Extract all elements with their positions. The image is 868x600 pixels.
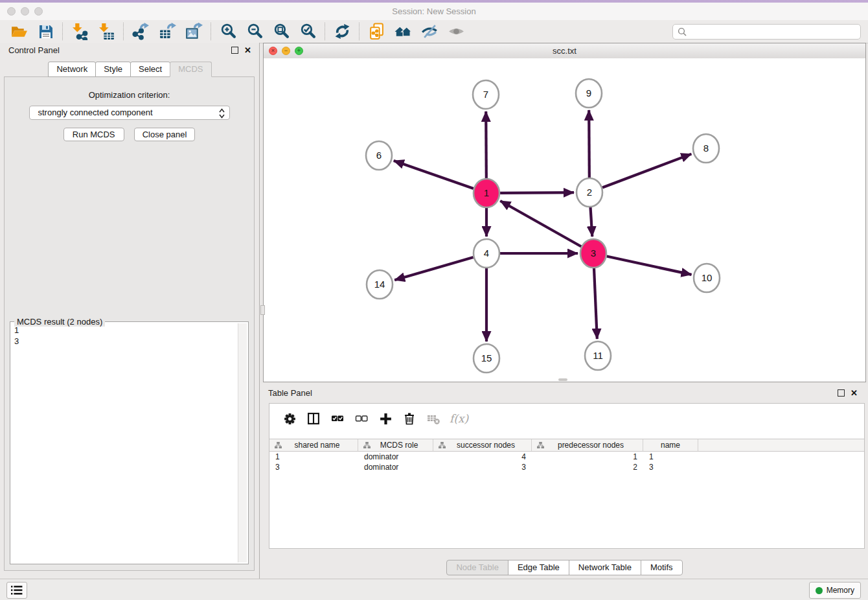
table-cell[interactable]: dominator [358, 462, 433, 472]
graph-edge-4-14[interactable] [394, 257, 474, 280]
graph-node-8[interactable]: 8 [693, 134, 719, 163]
column-header-mcds-role[interactable]: MCDS role [358, 439, 433, 451]
graph-node-3[interactable]: 3 [580, 239, 606, 268]
export-image-button[interactable] [185, 23, 203, 40]
zoom-window-button[interactable] [34, 7, 43, 16]
table-cell[interactable]: 3 [643, 462, 698, 472]
memory-button[interactable]: Memory [809, 582, 861, 599]
result-line: 3 [14, 336, 238, 347]
export-network-button[interactable] [132, 23, 150, 40]
column-header-successor-nodes[interactable]: successor nodes [433, 439, 532, 451]
graph-node-15[interactable]: 15 [474, 344, 499, 373]
column-header-predecessor-nodes[interactable]: predecessor nodes [532, 439, 643, 451]
delete-columns-button[interactable] [402, 411, 417, 426]
network-window-controls: × − + [269, 47, 303, 55]
table-cell[interactable]: 2 [532, 462, 643, 472]
graph-node-7[interactable]: 7 [473, 80, 499, 109]
mcds-result-scrollbar[interactable] [238, 323, 247, 562]
import-table-button[interactable] [98, 23, 115, 40]
mcds-button-row: Run MCDS Close panel [5, 128, 254, 141]
tab-edge-table[interactable]: Edge Table [508, 560, 569, 575]
task-history-button[interactable] [6, 582, 27, 599]
graph-edge-3-10[interactable] [607, 257, 692, 275]
close-network-button[interactable]: × [269, 47, 277, 55]
tab-mcds[interactable]: MCDS [170, 62, 211, 77]
toolbar-separator [62, 23, 63, 40]
refresh-view-button[interactable] [334, 23, 351, 40]
close-panel-button[interactable]: Close panel [134, 128, 196, 141]
deselect-all-columns-button[interactable] [354, 411, 369, 426]
close-window-button[interactable] [7, 7, 16, 16]
graph-edge-1-6[interactable] [394, 161, 474, 189]
graph-node-2[interactable]: 2 [577, 178, 602, 207]
graph-node-11[interactable]: 11 [585, 341, 611, 370]
close-panel-icon[interactable]: ✕ [244, 47, 251, 53]
graph-edge-3-1[interactable] [500, 201, 581, 247]
float-panel-icon[interactable] [838, 389, 845, 397]
table-cell[interactable]: 1 [643, 452, 698, 462]
zoom-fit-button[interactable] [273, 23, 290, 40]
network-graph[interactable]: 7968124314101511 [264, 58, 865, 381]
zoom-in-button[interactable] [220, 23, 237, 40]
save-session-button[interactable] [37, 23, 54, 40]
optimization-criterion-select[interactable]: strongly connected component [29, 106, 230, 120]
splitter-handle[interactable] [260, 305, 265, 315]
table-cell[interactable]: dominator [358, 452, 433, 462]
graph-edge-2-9[interactable] [589, 110, 589, 178]
float-panel-icon[interactable] [231, 47, 238, 54]
column-header-shared-name[interactable]: shared name [269, 439, 358, 451]
table-cell[interactable]: 1 [532, 452, 643, 462]
table-cell[interactable]: 4 [433, 452, 532, 462]
graph-node-6[interactable]: 6 [366, 141, 392, 170]
run-mcds-button[interactable]: Run MCDS [63, 128, 124, 141]
close-panel-icon[interactable]: ✕ [851, 390, 858, 396]
tab-select[interactable]: Select [130, 62, 170, 77]
open-session-button[interactable] [10, 23, 28, 40]
tab-motifs[interactable]: Motifs [641, 560, 683, 575]
table-cell[interactable]: 1 [269, 452, 358, 462]
table-cell[interactable]: 3 [433, 462, 532, 472]
graph-edge-1-2[interactable] [500, 192, 574, 193]
hide-graphics-details-button[interactable] [421, 23, 439, 40]
select-all-columns-button[interactable] [330, 411, 345, 426]
network-canvas[interactable]: 7968124314101511 [264, 58, 865, 382]
zoom-selected-button[interactable] [299, 23, 317, 40]
graph-node-label: 1 [484, 187, 489, 198]
tab-node-table[interactable]: Node Table [446, 560, 508, 575]
tab-network-table[interactable]: Network Table [569, 560, 641, 575]
tab-style[interactable]: Style [95, 62, 131, 77]
export-table-button[interactable] [159, 23, 176, 40]
search-input[interactable] [690, 25, 858, 38]
table-row[interactable]: 3dominator323 [269, 462, 864, 472]
table-row[interactable]: 1dominator411 [269, 452, 864, 462]
home-view-button[interactable] [394, 23, 412, 40]
mcds-result-list: 13 [14, 325, 238, 562]
graph-node-1[interactable]: 1 [474, 179, 499, 207]
clone-network-button[interactable] [368, 23, 385, 40]
graph-node-10[interactable]: 10 [694, 264, 720, 292]
tab-network[interactable]: Network [48, 62, 96, 77]
function-builder-button[interactable]: f(x) [450, 411, 468, 426]
graph-edge-1-7[interactable] [486, 111, 486, 178]
minimize-window-button[interactable] [21, 7, 29, 16]
show-column-panel-button[interactable] [306, 411, 321, 426]
import-network-button[interactable] [71, 23, 89, 40]
zoom-out-button[interactable] [246, 23, 264, 40]
graph-edge-3-11[interactable] [594, 268, 597, 339]
graph-node-4[interactable]: 4 [474, 239, 499, 268]
create-column-button[interactable] [378, 411, 393, 426]
column-header-name[interactable]: name [643, 439, 698, 451]
graph-edge-2-8[interactable] [602, 154, 691, 188]
maximize-network-button[interactable]: + [295, 47, 303, 55]
table-cell[interactable]: 3 [269, 462, 358, 472]
graph-node-14[interactable]: 14 [367, 270, 393, 299]
table-settings-button[interactable] [282, 411, 297, 426]
export-image-icon [185, 23, 203, 40]
delete-table-button[interactable] [426, 411, 441, 426]
window-resize-grip[interactable] [558, 378, 567, 381]
search-box [672, 24, 861, 40]
graph-edge-2-3[interactable] [591, 207, 593, 237]
show-graphics-details-button[interactable] [448, 23, 465, 40]
minimize-network-button[interactable]: − [282, 47, 290, 55]
graph-node-9[interactable]: 9 [576, 79, 602, 108]
